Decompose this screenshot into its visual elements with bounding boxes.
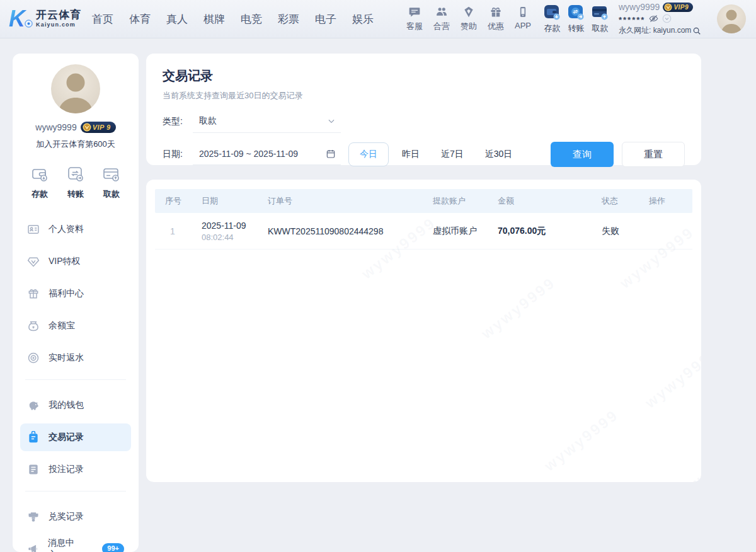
promo-button[interactable]: 优惠 — [488, 6, 504, 32]
withdraw-button[interactable]: 取款 — [592, 4, 609, 34]
sidebar-withdraw-button[interactable]: 取款 — [102, 164, 121, 200]
menu-divider — [25, 491, 126, 492]
avatar-silhouette-icon — [717, 4, 746, 33]
table-header-row: 序号 日期 订单号 提款账户 金额 状态 操作 — [155, 189, 692, 213]
sidebar-item-label: VIP特权 — [49, 256, 81, 267]
sidebar-item-label: 兑奖记录 — [49, 511, 84, 522]
sidebar-item-profile[interactable]: 个人资料 — [20, 216, 131, 243]
nav-esports[interactable]: 电竞 — [241, 12, 262, 26]
sidebar-item-label: 消息中心 — [48, 538, 81, 552]
sidebar-item-prizes[interactable]: 兑奖记录 — [20, 503, 131, 531]
row-amount: 70,076.00元 — [498, 226, 602, 237]
customer-service-label: 客服 — [406, 21, 423, 32]
sidebar-item-transactions[interactable]: 交易记录 — [20, 423, 131, 451]
col-amount: 金额 — [498, 195, 602, 207]
brand-logo[interactable]: K 开云体育 Kaiyun.com — [9, 8, 81, 30]
deposit-icon — [544, 4, 561, 21]
sidebar-item-vip[interactable]: VIP特权 — [20, 248, 131, 275]
football-icon — [25, 20, 33, 28]
nav-live[interactable]: 真人 — [166, 12, 188, 26]
date-filter-row: 日期: 2025-11-09 ~ 2025-11-09 今日 昨日 近7日 近3… — [163, 142, 685, 167]
sidebar-item-messages[interactable]: 消息中心 99+ — [20, 535, 131, 552]
partnership-button[interactable]: 合营 — [433, 6, 450, 32]
row-date: 2025-11-09 08:02:44 — [202, 221, 268, 242]
watermark-text: wywy9999 — [478, 273, 559, 342]
range-today-button[interactable]: 今日 — [348, 142, 389, 166]
sidebar-item-wallet[interactable]: 我的钱包 — [20, 391, 131, 419]
sidebar-item-bets[interactable]: 投注记录 — [20, 456, 131, 483]
search-icon[interactable] — [692, 26, 701, 35]
type-label: 类型: — [163, 116, 193, 127]
date-range-input[interactable]: 2025-11-09 ~ 2025-11-09 — [193, 144, 341, 165]
range-yesterday-button[interactable]: 昨日 — [394, 143, 428, 166]
sidebar-item-rebate[interactable]: 实时返水 — [20, 344, 131, 372]
page-subtitle: 当前系统支持查询最近30日的交易记录 — [163, 90, 685, 101]
reset-button[interactable]: 重置 — [622, 142, 685, 167]
avatar-silhouette-icon — [51, 64, 100, 113]
filter-buttons: 查询 重置 — [551, 142, 685, 167]
withdraw-label: 取款 — [592, 23, 609, 34]
sidebar-item-label: 交易记录 — [49, 432, 84, 443]
nav-cards[interactable]: 棋牌 — [203, 12, 225, 26]
profile-vip-badge: VIP 9 — [81, 122, 116, 133]
rebate-disc-icon — [27, 352, 40, 364]
eye-off-icon[interactable] — [649, 14, 658, 23]
nav-slots[interactable]: 电子 — [315, 12, 336, 26]
customer-service-button[interactable]: 客服 — [406, 6, 423, 32]
deposit-button[interactable]: 存款 — [544, 4, 561, 34]
diamond-badge-icon — [462, 6, 475, 18]
sidebar-item-label: 投注记录 — [49, 464, 84, 475]
sidebar: wywy9999 VIP 9 加入开云体育第600天 存款 转账 取款 个人资料… — [13, 54, 139, 552]
app-label: APP — [515, 21, 531, 30]
vip-badge: VIP9 — [663, 3, 693, 12]
sidebar-item-yuebao[interactable]: 余额宝 — [20, 312, 131, 340]
header-actions: 客服 合营 赞助 优惠 APP — [406, 6, 531, 32]
prize-medal-icon — [27, 510, 40, 523]
people-icon — [435, 6, 448, 18]
transactions-table-card: wywy9999 wywy9999 wywy9999 wywy9999 wywy… — [146, 180, 701, 482]
watermark-text: wywy9999 — [685, 425, 701, 482]
sidebar-deposit-label: 存款 — [32, 188, 48, 200]
chevron-down-icon — [327, 117, 336, 125]
transfer-icon — [568, 4, 585, 21]
chevron-down-circle-icon[interactable] — [662, 14, 672, 23]
brand-domain: Kaiyun.com — [36, 22, 81, 28]
date-range-value: 2025-11-09 ~ 2025-11-09 — [199, 149, 298, 159]
deposit-label: 存款 — [544, 23, 561, 34]
masked-balance: ****** — [619, 13, 645, 24]
nav-sports[interactable]: 体育 — [129, 12, 151, 26]
transfer-button[interactable]: 转账 — [568, 4, 585, 34]
card-outline-icon — [102, 164, 121, 183]
type-select[interactable]: 取款 — [193, 110, 341, 133]
row-index: 1 — [165, 226, 202, 236]
money-pot-icon — [27, 319, 40, 332]
brand-title: 开云体育 — [36, 9, 81, 21]
range-7days-button[interactable]: 近7日 — [433, 143, 472, 166]
sidebar-deposit-button[interactable]: 存款 — [30, 164, 49, 200]
sidebar-item-label: 福利中心 — [49, 288, 84, 299]
sponsor-button[interactable]: 赞助 — [461, 6, 477, 32]
col-action: 操作 — [649, 195, 682, 207]
row-order-no: KWWT202511090802444298 — [268, 226, 433, 236]
col-date: 日期 — [202, 195, 268, 207]
nav-entertainment[interactable]: 娱乐 — [352, 12, 374, 26]
user-avatar[interactable] — [717, 4, 746, 33]
type-filter-row: 类型: 取款 — [163, 110, 685, 133]
col-index: 序号 — [165, 195, 202, 207]
main-nav: 首页 体育 真人 棋牌 电竞 彩票 电子 娱乐 — [92, 12, 374, 26]
promo-label: 优惠 — [488, 21, 504, 32]
range-30days-button[interactable]: 近30日 — [477, 143, 521, 166]
app-download-button[interactable]: APP — [515, 6, 531, 32]
col-order-no: 订单号 — [268, 195, 433, 207]
sidebar-transfer-button[interactable]: 转账 — [66, 164, 85, 200]
nav-lottery[interactable]: 彩票 — [278, 12, 299, 26]
balance-row: ****** — [619, 13, 711, 24]
nav-home[interactable]: 首页 — [92, 12, 113, 26]
username: wywy9999 — [619, 2, 660, 12]
calendar-icon[interactable] — [326, 149, 336, 159]
search-button[interactable]: 查询 — [551, 142, 614, 167]
sidebar-item-welfare[interactable]: 福利中心 — [20, 280, 131, 308]
row-date-value: 2025-11-09 — [202, 221, 268, 231]
permanent-url: 永久网址: kaiyun.com — [619, 25, 691, 36]
profile-avatar[interactable] — [51, 64, 100, 113]
